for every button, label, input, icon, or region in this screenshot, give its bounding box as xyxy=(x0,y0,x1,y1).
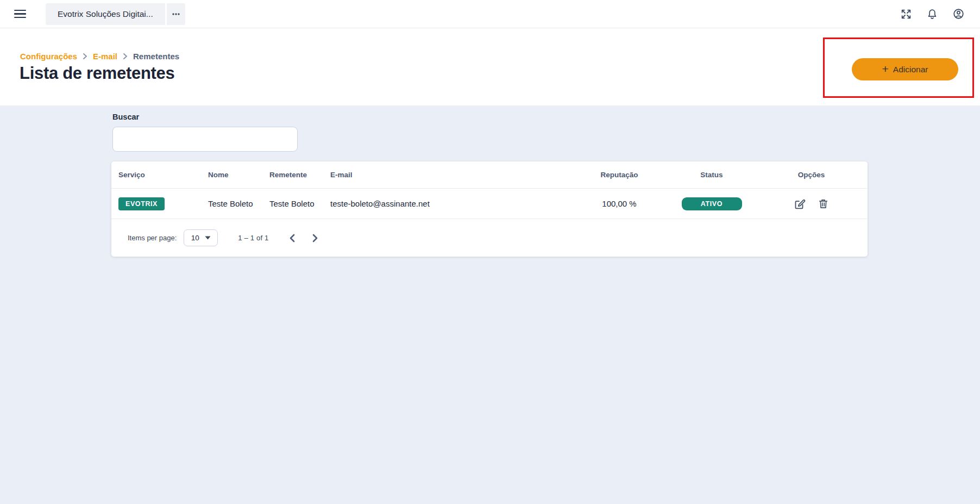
chevron-right-icon xyxy=(83,53,87,60)
edit-icon[interactable] xyxy=(793,197,807,211)
search-label: Buscar xyxy=(112,113,139,121)
column-header-servico: Serviço xyxy=(111,171,208,179)
column-header-email: E-mail xyxy=(330,171,570,179)
cell-nome: Teste Boleto xyxy=(208,199,269,208)
status-badge: ATIVO xyxy=(682,197,742,210)
page-header: Configurações E-mail Remetentes Lista de… xyxy=(0,28,980,105)
chevron-right-icon xyxy=(123,53,128,60)
breadcrumb-current-remetentes: Remetentes xyxy=(133,52,179,61)
column-header-opcoes: Opções xyxy=(755,171,868,179)
account-avatar-icon[interactable] xyxy=(952,8,965,21)
ellipsis-icon xyxy=(171,9,181,19)
column-header-status: Status xyxy=(668,171,755,179)
plus-icon: + xyxy=(882,63,889,74)
column-header-nome: Nome xyxy=(208,171,269,179)
breadcrumb-link-configuracoes[interactable]: Configurações xyxy=(20,52,77,61)
paginator: Items per page: 10 1 – 1 of 1 xyxy=(111,219,868,257)
add-button[interactable]: + Adicionar xyxy=(852,58,958,80)
page-size-select[interactable]: 10 xyxy=(184,229,218,246)
previous-page-icon[interactable] xyxy=(285,231,299,245)
cell-email: teste-boleto@assinante.net xyxy=(330,199,570,208)
table-header-row: Serviço Nome Remetente E-mail Reputação … xyxy=(111,161,868,188)
workspace-chip-label: Evotrix Soluções Digitai... xyxy=(58,9,153,19)
column-header-remetente: Remetente xyxy=(269,171,330,179)
breadcrumb: Configurações E-mail Remetentes xyxy=(20,52,179,61)
senders-table-card: Serviço Nome Remetente E-mail Reputação … xyxy=(111,161,868,257)
cell-reputacao: 100,00 % xyxy=(570,199,668,208)
caret-down-icon xyxy=(205,236,211,240)
add-button-label: Adicionar xyxy=(893,65,928,74)
page-size-value: 10 xyxy=(191,234,199,242)
top-app-bar: Evotrix Soluções Digitai... xyxy=(0,0,980,28)
workspace-chip-group: Evotrix Soluções Digitai... xyxy=(46,3,185,25)
workspace-chip[interactable]: Evotrix Soluções Digitai... xyxy=(46,3,165,25)
items-per-page-label: Items per page: xyxy=(128,234,177,242)
fullscreen-icon[interactable] xyxy=(900,8,913,21)
column-header-reputacao: Reputação xyxy=(570,171,668,179)
more-options-icon[interactable] xyxy=(167,3,185,25)
paginator-nav xyxy=(285,231,322,245)
next-page-icon[interactable] xyxy=(308,231,322,245)
delete-icon[interactable] xyxy=(816,197,830,211)
topbar-actions xyxy=(900,8,965,21)
page-range-label: 1 – 1 of 1 xyxy=(238,234,268,242)
notifications-bell-icon[interactable] xyxy=(926,8,939,21)
table-row: EVOTRIX Teste Boleto Teste Boleto teste-… xyxy=(111,188,868,219)
page-title: Lista de remetentes xyxy=(20,64,174,83)
breadcrumb-link-email[interactable]: E-mail xyxy=(93,52,117,61)
cell-remetente: Teste Boleto xyxy=(269,199,330,208)
menu-icon[interactable] xyxy=(14,10,26,18)
service-badge: EVOTRIX xyxy=(118,197,165,210)
search-input[interactable] xyxy=(112,127,298,152)
